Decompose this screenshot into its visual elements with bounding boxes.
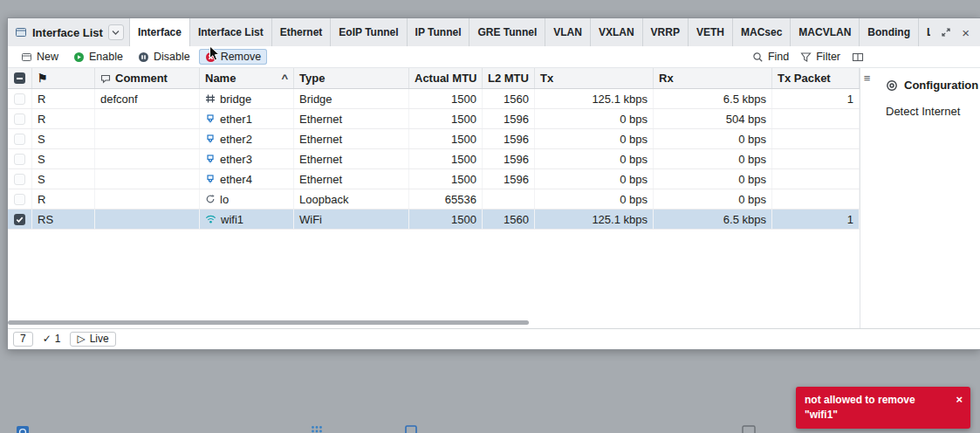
- window-title: Interface List: [32, 26, 103, 39]
- comment-column-header[interactable]: Comment: [95, 68, 200, 88]
- new-icon: [21, 52, 32, 63]
- new-button[interactable]: New: [15, 49, 65, 65]
- filter-button[interactable]: Filter: [796, 49, 845, 65]
- wifi-icon: [205, 214, 216, 224]
- table-row[interactable]: S ether4 Ethernet 1500 1596 0 bps 0 bps: [8, 169, 980, 189]
- flags-cell: R: [32, 109, 95, 128]
- tab-macsec[interactable]: MACsec: [732, 18, 790, 46]
- rx-cell: 0 bps: [654, 189, 772, 209]
- row-checkbox[interactable]: [8, 89, 32, 108]
- tx-column-header[interactable]: Tx: [535, 68, 654, 88]
- desktop: Interface List Interface Interface List …: [0, 0, 980, 433]
- tab-vrrp[interactable]: VRRP: [642, 18, 688, 46]
- table-row[interactable]: S ether3 Ethernet 1500 1596 0 bps 0 bps: [8, 149, 980, 169]
- comment-icon: [100, 73, 111, 84]
- table-header-row: ⚑ Comment Name ^ Type Actual MTU L2 MTU …: [8, 68, 980, 89]
- rx-cell: 504 bps: [654, 109, 772, 128]
- row-checkbox[interactable]: [8, 210, 32, 229]
- error-toast: not allowed to remove "wifi1" ×: [796, 387, 970, 429]
- row-checkbox[interactable]: [8, 129, 32, 148]
- toast-close-icon[interactable]: ×: [956, 394, 963, 405]
- tab-veth[interactable]: VETH: [688, 18, 732, 46]
- interface-name: ether4: [220, 173, 252, 186]
- name-cell: bridge: [200, 89, 294, 108]
- table-vertical-scrollbar[interactable]: ≡: [860, 68, 874, 328]
- tab-vxlan[interactable]: VXLAN: [590, 18, 642, 46]
- row-checkbox[interactable]: [8, 169, 32, 189]
- comment-cell: [95, 169, 200, 189]
- tx-cell: 0 bps: [535, 129, 654, 148]
- taskbar-icon[interactable]: [16, 425, 30, 433]
- table-row[interactable]: R ether1 Ethernet 1500 1596 0 bps 504 bp…: [8, 109, 980, 129]
- taskbar-icon[interactable]: [742, 425, 756, 433]
- flag-icon: ⚑: [38, 72, 48, 85]
- l2-mtu-cell: 1560: [483, 89, 535, 108]
- interface-name: ether2: [220, 133, 252, 146]
- table-row[interactable]: RS wifi1 WiFi 1500 1560 125.1 kbps 6.5 k…: [8, 210, 980, 230]
- tab-interface[interactable]: Interface: [129, 18, 189, 46]
- actual-mtu-column-header[interactable]: Actual MTU: [409, 68, 483, 88]
- row-checkbox[interactable]: [8, 109, 32, 128]
- title-dropdown-button[interactable]: [108, 24, 124, 40]
- flags-cell: S: [32, 149, 95, 168]
- remove-button[interactable]: Remove: [199, 49, 268, 65]
- rx-column-header[interactable]: Rx: [654, 68, 772, 88]
- column-menu-icon[interactable]: ≡: [860, 72, 874, 85]
- enable-icon: [73, 52, 85, 63]
- tab-ip-tunnel[interactable]: IP Tunnel: [407, 18, 469, 46]
- tx-packet-cell: [772, 169, 860, 189]
- actual-mtu-cell: 65536: [409, 189, 483, 209]
- type-cell: Ethernet: [294, 129, 409, 148]
- tab-bonding[interactable]: Bonding: [859, 18, 918, 46]
- table-row[interactable]: R lo Loopback 65536 0 bps 0 bps: [8, 189, 980, 210]
- tab-macvlan[interactable]: MACVLAN: [790, 18, 859, 46]
- name-cell: ether3: [200, 149, 294, 168]
- maximize-icon[interactable]: [941, 27, 951, 38]
- flags-cell: RS: [32, 210, 95, 229]
- taskbar-icon[interactable]: [311, 425, 323, 433]
- loopback-icon: [205, 194, 216, 204]
- table-row[interactable]: S ether2 Ethernet 1500 1596 0 bps 0 bps: [8, 129, 980, 149]
- flags-cell: R: [32, 89, 95, 108]
- panel-title: Configuration: [904, 79, 978, 92]
- enable-button[interactable]: Enable: [67, 49, 129, 65]
- tab-lte[interactable]: LTE: [918, 18, 930, 46]
- row-checkbox[interactable]: [8, 189, 32, 209]
- name-cell: ether2: [200, 129, 294, 148]
- table-row[interactable]: R defconf bridge Bridge 1500 1560 125.1 …: [8, 89, 980, 109]
- live-label: Live: [90, 333, 109, 345]
- tx-packet-column-header[interactable]: Tx Packet: [772, 68, 860, 88]
- tab-eoip-tunnel[interactable]: EoIP Tunnel: [330, 18, 406, 46]
- type-column-header[interactable]: Type: [294, 68, 409, 88]
- tab-vlan[interactable]: VLAN: [545, 18, 590, 46]
- flags-cell: S: [32, 169, 95, 189]
- l2-mtu-column-header[interactable]: L2 MTU: [483, 68, 535, 88]
- interface-name: wifi1: [221, 213, 243, 226]
- disable-button[interactable]: Disable: [132, 49, 196, 65]
- rx-cell: 0 bps: [654, 129, 772, 148]
- bridge-icon: [205, 93, 216, 104]
- type-cell: WiFi: [294, 210, 409, 229]
- flags-column-header[interactable]: ⚑: [32, 68, 95, 88]
- live-button[interactable]: ▷ Live: [70, 332, 115, 347]
- row-checkbox[interactable]: [8, 149, 32, 168]
- taskbar-icon[interactable]: [405, 425, 417, 433]
- l2-mtu-cell: 1596: [483, 109, 535, 128]
- columns-button[interactable]: [847, 50, 868, 65]
- tab-ethernet[interactable]: Ethernet: [271, 18, 331, 46]
- window-title-group: Interface List: [8, 18, 129, 46]
- selected-count-group: ✓ 1: [43, 333, 61, 345]
- close-icon[interactable]: ×: [962, 26, 970, 39]
- l2-mtu-cell: [483, 189, 535, 209]
- ethernet-icon: [205, 174, 216, 184]
- live-play-icon: ▷: [77, 333, 85, 345]
- select-all-checkbox[interactable]: [8, 68, 32, 88]
- filter-icon: [800, 52, 812, 63]
- sidebar-item-detect-internet[interactable]: Detect Internet: [886, 105, 980, 118]
- tab-interface-list[interactable]: Interface List: [189, 18, 271, 46]
- find-button[interactable]: Find: [748, 49, 793, 65]
- tab-gre-tunnel[interactable]: GRE Tunnel: [469, 18, 545, 46]
- name-column-header[interactable]: Name ^: [200, 68, 294, 88]
- interface-name: lo: [220, 193, 229, 206]
- horizontal-scrollbar[interactable]: [8, 320, 529, 325]
